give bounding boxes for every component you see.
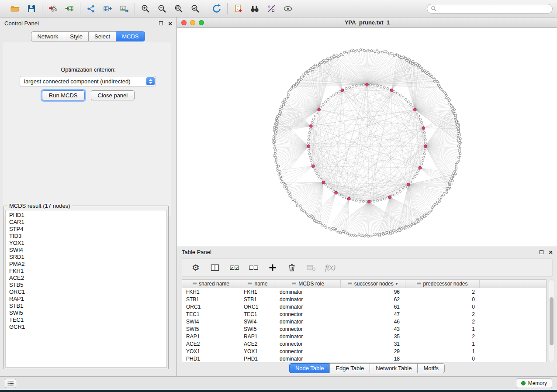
tab-edge-table[interactable]: Edge Table bbox=[329, 363, 370, 373]
network-title: YPA_prune.txt_1 bbox=[177, 19, 557, 26]
mcds-result-item[interactable]: STB5 bbox=[9, 282, 163, 289]
layout-group bbox=[206, 3, 227, 15]
column-header-MCDS-role[interactable]: MCDS role bbox=[276, 280, 341, 288]
run-mcds-button[interactable]: Run MCDS bbox=[42, 90, 85, 100]
close-panel-button[interactable]: Close panel bbox=[91, 90, 135, 100]
table-row[interactable]: TEC1TEC1connector472 bbox=[182, 310, 546, 318]
close-panel-icon[interactable]: × bbox=[168, 20, 172, 27]
table-row[interactable]: RAP1RAP1dominator352 bbox=[182, 333, 546, 340]
import-network-button[interactable] bbox=[46, 3, 59, 15]
mcds-result-item[interactable]: PHD1 bbox=[9, 212, 163, 219]
close-table-panel-icon[interactable]: × bbox=[549, 249, 553, 255]
table-row[interactable]: SWI5SWI5connector431 bbox=[182, 325, 546, 333]
clear-table-button[interactable] bbox=[304, 261, 318, 274]
task-history-button[interactable] bbox=[5, 379, 16, 388]
close-window-icon[interactable] bbox=[181, 20, 187, 25]
hide-annotations-button[interactable] bbox=[265, 3, 278, 15]
column-type-icon bbox=[248, 282, 252, 285]
table-settings-button[interactable]: ⚙ bbox=[188, 261, 203, 274]
network-canvas[interactable] bbox=[177, 28, 557, 246]
mcds-buttons-row: Run MCDS Close panel bbox=[0, 90, 176, 100]
import-table-button[interactable] bbox=[63, 3, 76, 15]
float-panel-icon[interactable] bbox=[159, 21, 163, 25]
binoculars-icon bbox=[249, 4, 260, 14]
table-toolbar: ⚙ bbox=[182, 258, 553, 277]
search-input[interactable] bbox=[439, 6, 549, 12]
save-session-button[interactable] bbox=[25, 3, 38, 15]
tab-select[interactable]: Select bbox=[88, 31, 116, 41]
zoom-in-button[interactable] bbox=[139, 3, 152, 15]
table-row[interactable]: STB1STB1dominator620 bbox=[182, 296, 546, 303]
mcds-result-item[interactable]: FKH1 bbox=[9, 268, 163, 275]
maximize-window-icon[interactable] bbox=[199, 20, 204, 25]
memory-button[interactable]: Memory bbox=[516, 378, 552, 388]
eye-icon bbox=[283, 4, 293, 14]
zoom-out-button[interactable] bbox=[156, 3, 169, 15]
column-header-successor-nodes[interactable]: successor nodes▾ bbox=[341, 280, 405, 288]
mcds-result-item[interactable]: STP4 bbox=[9, 226, 163, 233]
mcds-result-item[interactable]: YOX1 bbox=[9, 240, 163, 247]
plus-icon bbox=[268, 263, 277, 272]
function-builder-button[interactable]: f(x) bbox=[323, 261, 338, 274]
mcds-result-item[interactable]: STB1 bbox=[9, 303, 163, 309]
zoom-selected-button[interactable] bbox=[189, 3, 202, 15]
table-row[interactable]: SWI4SWI4dominator462 bbox=[182, 318, 546, 325]
zoom-fit-icon bbox=[174, 4, 183, 14]
mcds-result-item[interactable]: TID3 bbox=[9, 233, 163, 240]
table-row[interactable]: FKH1FKH1dominator962 bbox=[182, 288, 546, 296]
column-type-icon bbox=[292, 282, 296, 285]
export-network-button[interactable] bbox=[84, 3, 97, 15]
mcds-result-item[interactable]: SRD1 bbox=[9, 254, 163, 261]
table-row[interactable]: PHD1PHD1dominator180 bbox=[182, 355, 546, 362]
minimize-window-icon[interactable] bbox=[190, 20, 195, 25]
table-scrollbar[interactable] bbox=[549, 279, 554, 362]
table-row[interactable]: ORC1ORC1dominator610 bbox=[182, 303, 546, 310]
delete-column-button[interactable] bbox=[284, 261, 299, 274]
deselect-all-button[interactable] bbox=[246, 261, 261, 274]
show-columns-button[interactable] bbox=[208, 261, 222, 274]
open-file-button[interactable] bbox=[8, 3, 21, 15]
first-neighbors-button[interactable] bbox=[248, 3, 261, 15]
show-hide-button[interactable] bbox=[281, 3, 294, 15]
criterion-dropdown[interactable]: largest connected component (undirected) bbox=[20, 76, 156, 86]
desktop-background: { "colors": { "accent": "#2e7bf0", "hub"… bbox=[0, 0, 557, 392]
mcds-result-list[interactable]: PHD1CAR1STP4TID3YOX1SWI4SRD1PMA2FKH1ACE2… bbox=[5, 210, 167, 368]
share-document-button[interactable] bbox=[232, 3, 245, 15]
mcds-result-item[interactable]: GCR1 bbox=[9, 323, 163, 330]
tab-style[interactable]: Style bbox=[64, 31, 89, 41]
mcds-result-item[interactable]: RAP1 bbox=[9, 296, 163, 303]
node-table-body: FKH1FKH1dominator962STB1STB1dominator620… bbox=[182, 288, 546, 362]
mcds-result-item[interactable]: CAR1 bbox=[9, 219, 163, 226]
network-window: YPA_prune.txt_1 bbox=[177, 17, 557, 246]
table-scrollbar-thumb[interactable] bbox=[550, 297, 554, 345]
column-header-predecessor-nodes[interactable]: predecessor nodes bbox=[405, 280, 480, 288]
float-table-panel-icon[interactable] bbox=[540, 250, 543, 254]
tab-network[interactable]: Network bbox=[31, 31, 64, 41]
select-all-button[interactable] bbox=[227, 261, 242, 274]
node-table-header: shared namenameMCDS rolesuccessor nodes▾… bbox=[182, 280, 546, 288]
apply-layout-button[interactable] bbox=[210, 3, 223, 15]
tab-motifs[interactable]: Motifs bbox=[417, 363, 445, 373]
mcds-result-item[interactable]: ORC1 bbox=[9, 289, 163, 296]
export-table-button[interactable] bbox=[101, 3, 114, 15]
table-row[interactable]: ACE2ACE2connector311 bbox=[182, 340, 546, 347]
criterion-value: largest connected component (undirected) bbox=[24, 78, 131, 85]
table-row[interactable]: YOX1YOX1connector291 bbox=[182, 347, 546, 355]
deselect-all-icon bbox=[249, 263, 259, 272]
mcds-result-item[interactable]: SWI5 bbox=[9, 309, 163, 316]
mcds-result-item[interactable]: TEC1 bbox=[9, 316, 163, 323]
export-image-button[interactable] bbox=[118, 3, 131, 15]
zoom-out-icon bbox=[157, 4, 167, 14]
network-graph[interactable] bbox=[177, 28, 557, 246]
tab-node-table[interactable]: Node Table bbox=[289, 363, 330, 373]
add-column-button[interactable] bbox=[265, 261, 280, 274]
tab-network-table[interactable]: Network Table bbox=[370, 363, 418, 373]
control-panel-tabs: NetworkStyleSelectMCDS bbox=[0, 31, 176, 41]
column-header-shared-name[interactable]: shared name bbox=[182, 280, 240, 288]
mcds-result-item[interactable]: PMA2 bbox=[9, 261, 163, 268]
mcds-result-item[interactable]: SWI4 bbox=[9, 247, 163, 254]
zoom-fit-button[interactable] bbox=[172, 3, 185, 15]
column-header-name[interactable]: name bbox=[240, 280, 276, 288]
mcds-result-item[interactable]: ACE2 bbox=[9, 275, 163, 282]
tab-mcds[interactable]: MCDS bbox=[116, 31, 145, 41]
